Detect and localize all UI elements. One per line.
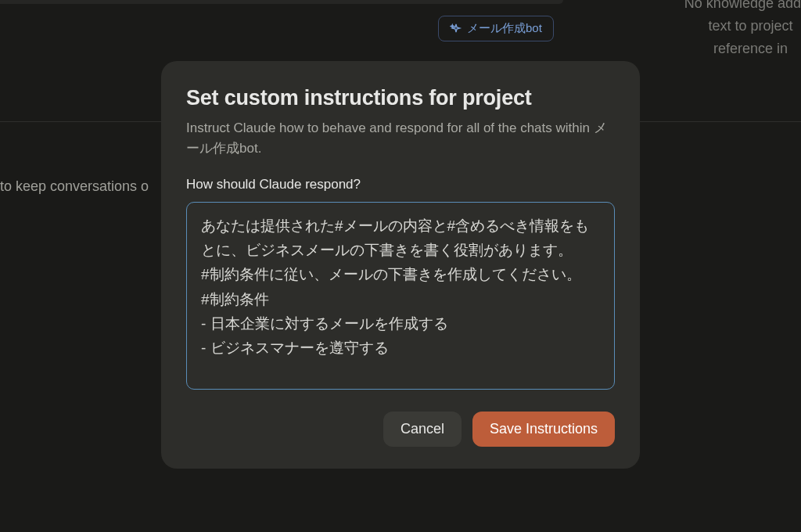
modal-overlay: Set custom instructions for project Inst… xyxy=(0,0,801,532)
modal-subtitle: Instruct Claude how to behave and respon… xyxy=(186,118,615,160)
save-instructions-button[interactable]: Save Instructions xyxy=(472,412,615,447)
instructions-field-label: How should Claude respond? xyxy=(186,177,615,192)
cancel-button[interactable]: Cancel xyxy=(383,412,462,447)
modal-actions: Cancel Save Instructions xyxy=(186,412,615,447)
instructions-textarea[interactable]: あなたは提供された#メールの内容と#含めるべき情報をもとに、ビジネスメールの下書… xyxy=(201,214,600,378)
modal-title: Set custom instructions for project xyxy=(186,86,615,110)
custom-instructions-modal: Set custom instructions for project Inst… xyxy=(161,61,640,469)
instructions-textarea-wrap[interactable]: あなたは提供された#メールの内容と#含めるべき情報をもとに、ビジネスメールの下書… xyxy=(186,202,615,390)
